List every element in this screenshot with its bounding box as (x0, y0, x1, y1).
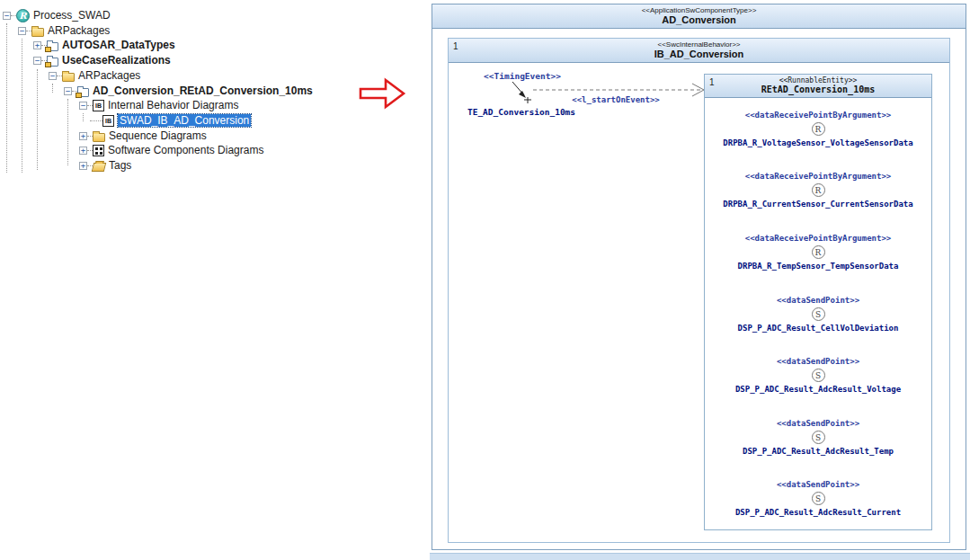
data-point-name: DSP_P_ADC_Result_AdcResult_Current (735, 508, 901, 517)
send-point-icon: S (812, 307, 825, 321)
package-icon (77, 88, 89, 97)
diagram-footer-strip (430, 553, 970, 560)
data-send-point-entry[interactable]: <<dataSendPoint>> S DSP_P_ADC_Result_Adc… (705, 406, 931, 468)
package-icon (47, 42, 58, 51)
expand-icon[interactable]: + (79, 147, 87, 155)
behavior-header: 1 <<SwcInternalBehavior>> IB_AD_Conversi… (449, 39, 949, 63)
data-point-stereotype: <<dataSendPoint>> (777, 419, 859, 428)
tree-guide-line (83, 113, 84, 121)
tree-item-autosar-datatypes[interactable]: + AUTOSAR_DataTypes (33, 38, 175, 52)
runnable-entity-box[interactable]: 1 <<RunnableEntity>> REtAD_Conversion_10… (704, 74, 932, 530)
tree-item-usecaserealizations[interactable]: − UseCaseRealizations (33, 53, 171, 67)
tree-item-internal-behavior-diagrams[interactable]: − IB Internal Behavior Diagrams (79, 98, 238, 112)
tree-item-label: ARPackages (78, 69, 140, 82)
tree-guide-line (52, 84, 53, 93)
behavior-name: IB_AD_Conversion (449, 49, 949, 59)
internal-behavior-diagram-icon: IB (102, 115, 114, 127)
tree-guide-line (67, 99, 68, 165)
collapse-icon[interactable]: − (33, 57, 41, 65)
data-point-name: DSP_P_ADC_Result_CellVolDeviation (738, 324, 899, 333)
tree-item-sequence-diagrams[interactable]: + Sequence Diagrams (79, 129, 207, 143)
tree-guide-line (37, 69, 38, 170)
data-point-stereotype: <<dataReceivePointByArgument>> (745, 234, 892, 243)
runnable-name: REtAD_Conversion_10ms (705, 84, 931, 94)
tree-item-label: UseCaseRealizations (62, 54, 171, 67)
component-header: <<ApplicationSwComponentType>> AD_Conver… (432, 4, 966, 29)
runnable-header: 1 <<RunnableEntity>> REtAD_Conversion_10… (705, 75, 931, 98)
collapse-icon[interactable]: − (49, 72, 57, 80)
receive-point-icon: R (812, 122, 825, 136)
collapse-icon[interactable]: − (18, 27, 26, 35)
tree-item-label-selected: SWAD_IB_AD_Conversion (118, 114, 251, 127)
tree-item-label: Software Components Diagrams (108, 144, 263, 156)
tree-item-swad-ib-ad-conversion[interactable]: IB SWAD_IB_AD_Conversion (90, 113, 251, 128)
tree-connector (90, 120, 102, 121)
folder-icon (93, 133, 105, 142)
folder-icon (62, 73, 75, 82)
data-point-stereotype: <<dataSendPoint>> (777, 296, 859, 305)
data-point-stereotype: <<dataReceivePointByArgument>> (745, 111, 892, 120)
tree-item-arpackages[interactable]: − ARPackages (18, 23, 110, 38)
tags-folder-icon (92, 163, 106, 172)
internal-behavior-diagram-icon: IB (93, 100, 104, 111)
collapse-icon[interactable]: − (79, 102, 87, 110)
tree-item-label: Sequence Diagrams (109, 129, 207, 142)
timing-event-name[interactable]: TE_AD_Conversion_10ms (449, 107, 593, 117)
tree-item-process-swad[interactable]: − R Process_SWAD (3, 8, 111, 22)
data-point-name: DSP_P_ADC_Result_AdcResult_Voltage (735, 385, 901, 394)
tree-item-arpackages-nested[interactable]: − ARPackages (49, 68, 140, 83)
red-arrow-icon (358, 76, 406, 111)
tree-item-label: Internal Behavior Diagrams (108, 99, 238, 111)
send-point-icon: S (812, 431, 825, 444)
start-on-event-label: <<l_startOnEvent>> (568, 95, 663, 104)
data-point-name: DRPBA_R_VoltageSensor_VoltageSensorData (723, 138, 912, 147)
receive-point-icon: R (812, 183, 825, 197)
data-point-stereotype: <<dataReceivePointByArgument>> (745, 172, 892, 181)
expand-icon[interactable]: + (33, 41, 41, 49)
data-receive-point-entry[interactable]: <<dataReceivePointByArgument>> R DRPBA_R… (705, 221, 931, 283)
tree-item-ad-conversion-package[interactable]: − AD_Conversion_REtAD_Conversion_10ms (64, 84, 313, 98)
data-send-point-entry[interactable]: <<dataSendPoint>> S DSP_P_ADC_Result_Adc… (705, 344, 931, 406)
folder-icon (31, 28, 44, 37)
tree-connector (87, 165, 93, 166)
tree-item-label: ARPackages (48, 24, 110, 37)
rhapsody-project-icon: R (16, 9, 30, 22)
data-point-name: DRPBA_R_TempSensor_TempSensorData (738, 262, 899, 271)
data-send-point-entry[interactable]: <<dataSendPoint>> S DSP_P_ADC_Result_Adc… (705, 467, 931, 529)
expand-icon[interactable]: + (79, 132, 87, 140)
data-point-name: DSP_P_ADC_Result_AdcResult_Temp (743, 447, 894, 456)
runnable-stereotype: <<RunnableEntity>> (705, 76, 931, 84)
collapse-icon[interactable]: − (64, 87, 72, 95)
tree-item-label: AD_Conversion_REtAD_Conversion_10ms (93, 84, 313, 97)
data-receive-point-entry[interactable]: <<dataReceivePointByArgument>> R DRPBA_R… (705, 98, 931, 160)
runnable-body: <<dataReceivePointByArgument>> R DRPBA_R… (705, 98, 931, 529)
data-send-point-entry[interactable]: <<dataSendPoint>> S DSP_P_ADC_Result_Cel… (705, 283, 931, 345)
tree-item-label: Process_SWAD (33, 9, 111, 22)
behavior-index: 1 (453, 41, 458, 51)
collapse-icon[interactable]: − (3, 12, 11, 20)
tree-item-tags[interactable]: + Tags (79, 158, 131, 173)
data-point-stereotype: <<dataSendPoint>> (777, 480, 859, 489)
data-receive-point-entry[interactable]: <<dataReceivePointByArgument>> R DRPBA_R… (705, 160, 931, 222)
timing-event-stereotype: <<TimingEvent>> (464, 71, 581, 81)
send-point-icon: S (812, 492, 825, 505)
component-name: AD_Conversion (432, 14, 966, 25)
runnable-index: 1 (709, 77, 715, 87)
tree-guide-line (6, 23, 7, 173)
data-point-stereotype: <<dataSendPoint>> (777, 357, 859, 366)
component-stereotype: <<ApplicationSwComponentType>> (432, 6, 966, 14)
data-point-name: DRPBA_R_CurrentSensor_CurrentSensorData (723, 200, 912, 209)
rhapsody-model-browser-and-diagram: − R Process_SWAD − ARPackages + AUTOSAR_… (0, 0, 970, 560)
receive-point-icon: R (812, 245, 825, 259)
behavior-stereotype: <<SwcInternalBehavior>> (449, 40, 949, 49)
tree-item-label: Tags (109, 159, 131, 172)
send-point-icon: S (812, 369, 825, 382)
package-icon (47, 58, 58, 67)
tree-item-label: AUTOSAR_DataTypes (62, 39, 175, 51)
tree-guide-line (22, 39, 22, 173)
expand-icon[interactable]: + (79, 162, 87, 170)
software-components-diagram-icon (93, 145, 104, 156)
tree-item-software-components-diagrams[interactable]: + Software Components Diagrams (79, 143, 263, 157)
